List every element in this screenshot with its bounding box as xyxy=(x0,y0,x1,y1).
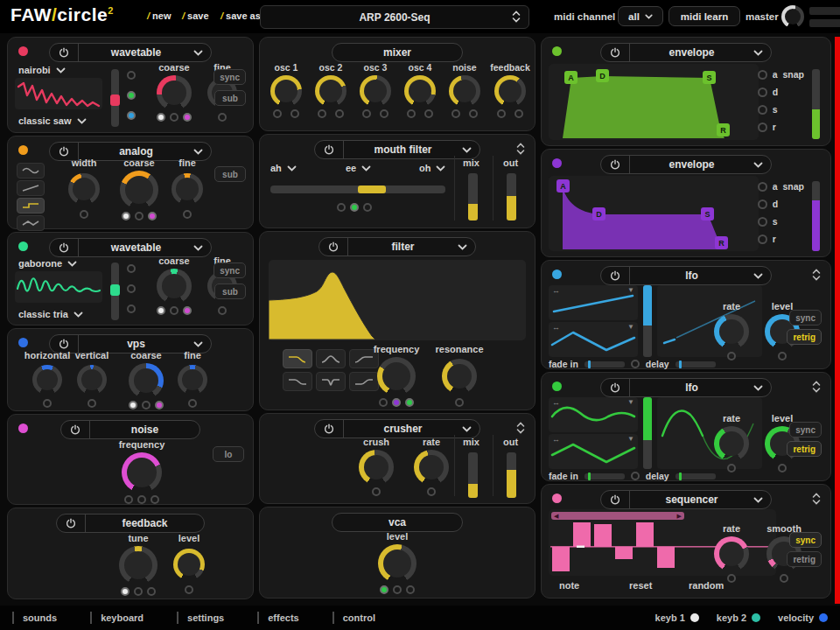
crush-knob[interactable] xyxy=(359,450,394,485)
mod-dot[interactable] xyxy=(427,487,436,496)
mod-dot[interactable] xyxy=(183,306,192,315)
vertical-knob[interactable] xyxy=(77,365,107,395)
sub-button[interactable]: sub xyxy=(214,284,246,299)
mod-dot[interactable] xyxy=(88,399,96,408)
mod-dot[interactable] xyxy=(43,399,52,408)
mod-dot[interactable] xyxy=(185,585,193,594)
sync-button[interactable]: sync xyxy=(789,422,822,438)
envelope2-graph[interactable]: A D S R xyxy=(549,176,759,251)
decay-handle[interactable]: D xyxy=(592,207,606,220)
mod-dot[interactable] xyxy=(380,585,388,594)
lfo2-wave-b-selector[interactable]: ↔▼ xyxy=(549,434,638,469)
vowel-morph-slider[interactable] xyxy=(270,186,445,193)
osc4-type-dropdown[interactable]: vps xyxy=(79,338,193,350)
wavetable-position-slider[interactable] xyxy=(111,69,119,127)
keyb2-source[interactable]: keyb 2 xyxy=(717,612,760,623)
mod-dot[interactable] xyxy=(188,399,197,408)
lfo2-mix-slider[interactable] xyxy=(643,397,652,469)
mod-dot[interactable] xyxy=(452,109,460,118)
mod-dot[interactable] xyxy=(137,495,146,504)
mod-dot[interactable] xyxy=(127,91,136,100)
resonance-knob[interactable] xyxy=(442,359,477,394)
level-knob[interactable] xyxy=(378,544,416,583)
midi-learn-button[interactable]: midi learn xyxy=(668,6,740,26)
mod-dot[interactable] xyxy=(778,352,787,360)
mod-dot[interactable] xyxy=(127,111,136,120)
coarse-knob[interactable] xyxy=(157,75,192,110)
keytrack-dots[interactable] xyxy=(127,264,136,313)
sub-button[interactable]: sub xyxy=(214,166,246,182)
note-label[interactable]: note xyxy=(559,580,579,591)
sequencer-dropdown[interactable]: sequencer xyxy=(630,494,753,506)
decay-handle[interactable]: D xyxy=(596,69,609,82)
tab-sounds[interactable]: sounds xyxy=(12,612,57,624)
sync-button[interactable]: sync xyxy=(789,310,822,326)
power-icon[interactable] xyxy=(601,267,630,284)
envelope2-amount-slider[interactable] xyxy=(812,181,820,251)
envelope2-dropdown[interactable]: envelope xyxy=(630,158,753,171)
mod-dot[interactable] xyxy=(379,398,388,407)
expand-icon[interactable] xyxy=(812,381,821,393)
lfo1-dropdown[interactable]: lfo xyxy=(630,270,753,282)
delay-slider[interactable] xyxy=(676,361,716,368)
mod-dot[interactable] xyxy=(407,109,416,118)
envelope1-dropdown[interactable]: envelope xyxy=(630,46,753,59)
mod-dot[interactable] xyxy=(350,203,359,212)
mod-dot[interactable] xyxy=(424,109,433,118)
keyb1-source[interactable]: keyb 1 xyxy=(655,612,699,623)
mod-dot[interactable] xyxy=(170,306,178,315)
mod-dot[interactable] xyxy=(148,212,157,220)
snap-label[interactable]: snap xyxy=(782,181,804,192)
mod-dot[interactable] xyxy=(183,113,192,122)
mod-dot[interactable] xyxy=(127,71,136,80)
power-icon[interactable] xyxy=(601,44,630,61)
expand-icon[interactable] xyxy=(516,143,525,155)
attack-handle[interactable]: A xyxy=(556,179,570,192)
mod-dot[interactable] xyxy=(758,70,767,80)
power-icon[interactable] xyxy=(50,239,79,256)
tab-effects[interactable]: effects xyxy=(257,612,298,624)
mod-dot[interactable] xyxy=(273,109,282,118)
tab-settings[interactable]: settings xyxy=(177,612,224,624)
mod-dot[interactable] xyxy=(758,217,767,227)
frequency-knob[interactable] xyxy=(122,452,162,493)
mix-slider[interactable] xyxy=(468,173,478,220)
lfo1-wave-a-selector[interactable]: ↔▼ xyxy=(549,285,638,320)
width-knob[interactable] xyxy=(68,173,100,205)
filter-type-dropdown[interactable]: filter xyxy=(348,241,458,253)
mod-dot[interactable] xyxy=(337,203,346,212)
mod-dot[interactable] xyxy=(631,472,640,480)
expand-icon[interactable] xyxy=(812,493,821,505)
retrig-button[interactable]: retrig xyxy=(787,551,822,567)
mod-dot[interactable] xyxy=(778,464,787,472)
sine-shape-button[interactable] xyxy=(17,163,45,178)
retrig-button[interactable]: retrig xyxy=(787,329,822,345)
power-icon[interactable] xyxy=(315,420,344,438)
osc2-level-knob[interactable] xyxy=(315,75,346,107)
save-as-button[interactable]: /save as xyxy=(220,10,261,21)
power-icon[interactable] xyxy=(319,238,348,256)
power-icon[interactable] xyxy=(601,156,630,173)
mod-dot[interactable] xyxy=(758,200,767,209)
mod-dot[interactable] xyxy=(727,574,736,583)
fine-knob[interactable] xyxy=(172,173,203,205)
level-knob[interactable] xyxy=(173,549,205,580)
lfo1-wave-b-selector[interactable]: ↔▼ xyxy=(549,322,638,357)
midi-channel-dropdown[interactable]: all xyxy=(618,6,663,26)
filter-response-display[interactable] xyxy=(269,260,526,340)
wave-dropdown[interactable]: classic saw xyxy=(18,116,87,126)
wavetable-bank-dropdown[interactable]: gaborone xyxy=(18,258,77,269)
mod-dot[interactable] xyxy=(455,398,464,407)
mod-dot[interactable] xyxy=(157,113,165,122)
rate-knob[interactable] xyxy=(714,314,749,349)
release-handle[interactable]: R xyxy=(715,236,728,249)
sync-button[interactable]: sync xyxy=(789,532,822,548)
mod-dot[interactable] xyxy=(127,264,136,273)
sync-button[interactable]: sync xyxy=(214,69,246,85)
mod-dot[interactable] xyxy=(363,203,372,212)
lfo2-wave-a-selector[interactable]: ↔▼ xyxy=(549,397,638,432)
sustain-handle[interactable]: S xyxy=(703,71,716,84)
osc4-level-knob[interactable] xyxy=(404,75,436,107)
lowshelf-button[interactable] xyxy=(283,372,312,391)
mod-dot[interactable] xyxy=(150,495,159,504)
